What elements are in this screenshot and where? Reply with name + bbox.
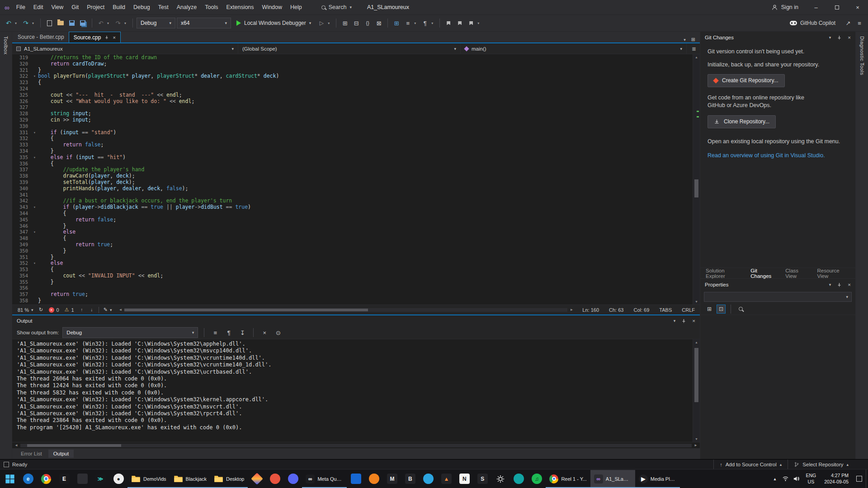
window-desktop[interactable]: Desktop [210,470,248,488]
clock[interactable]: 4:27 PM 2024-09-05 [820,473,853,485]
menu-item-project[interactable]: Project [83,0,108,14]
code-line-345[interactable]: 345 return false; [12,217,693,223]
chevron-down-icon[interactable]: ▾ [124,21,129,25]
line-ending-indicator[interactable]: CRLF [677,307,700,313]
code-line-332[interactable]: 332 { [12,136,693,142]
new-file-button[interactable] [44,18,54,28]
scroll-left-icon[interactable]: ◄ [116,308,124,312]
comment-lines-button[interactable]: ¶ [420,18,430,28]
taskbar-chrome-icon[interactable] [37,470,55,488]
code-line-354[interactable]: 354 cout << "INVALID INPUT" << endl; [12,273,693,279]
undo-button[interactable]: ↶ [96,18,106,28]
code-line-337[interactable]: 337 //update the player's hand [12,167,693,173]
open-file-button[interactable] [56,18,66,28]
action-center-icon[interactable] [856,476,862,482]
diagnostics-button[interactable]: ⊞ [392,18,401,28]
properties-object-dropdown[interactable]: ▾ [704,292,852,302]
member-dropdown[interactable]: main() ▾ [461,43,687,54]
pin-icon[interactable] [681,319,686,324]
editor-vertical-scrollbar[interactable]: ▲ ▼ [693,54,700,305]
taskbar-settings-icon[interactable] [491,470,509,488]
window-position-chevron-icon[interactable]: ▾ [674,319,676,323]
pin-icon[interactable] [837,282,842,287]
indent-lines-button[interactable]: ≡ [403,18,413,28]
clear-output-icon[interactable]: × [259,327,269,338]
close-icon[interactable]: × [113,35,115,40]
pin-icon[interactable] [104,35,109,40]
code-line-335[interactable]: 335▾ else if (input == "hit") [12,155,693,161]
network-icon[interactable] [780,475,791,482]
code-line-347[interactable]: 347▾ else [12,229,693,235]
taskbar-edge-icon[interactable]: e [19,470,37,488]
start-button[interactable] [1,470,19,488]
line-indicator[interactable]: Ln: 160 [577,307,604,313]
taskbar-app-icon-11[interactable] [509,470,528,488]
scrollbar-thumb[interactable] [694,179,698,197]
editor-horizontal-scrollbar[interactable]: ◄ ► [116,308,576,312]
alphabetical-view-button[interactable]: ⊡ [717,305,726,314]
output-console[interactable]: 'A1_SLamoureux.exe' (Win32): Loaded 'C:\… [12,339,700,442]
close-icon[interactable]: × [692,318,695,324]
watch-window-button[interactable]: ⊠ [374,18,384,28]
window-a1-slamoureux[interactable]: ∞A1_SLam... [590,470,635,488]
code-line-346[interactable]: 346 } [12,223,693,230]
minimize-button[interactable]: – [806,0,826,14]
hidden-icons-chevron[interactable]: ▴ [769,476,780,481]
taskbar-app-icon-10[interactable]: S [473,470,491,488]
code-line-338[interactable]: 338 drawCard(player, deck); [12,173,693,179]
bottom-tab-output[interactable]: Output [48,450,74,458]
feedback-menu-button[interactable]: ≡ [854,18,864,28]
character-indicator[interactable]: Ch: 63 [604,307,628,313]
window-media-player[interactable]: ▶Media Pla... [635,470,680,488]
menu-item-extensions[interactable]: Extensions [222,0,258,14]
tab-options-icon[interactable]: ⊞ [691,37,695,42]
toolbox-side-tab[interactable]: Toolbox [0,32,12,459]
error-count[interactable]: × 0 [46,307,62,313]
search-box[interactable]: Search ▾ [316,2,357,13]
close-icon[interactable]: × [848,282,851,287]
select-repository-button[interactable]: Select Repository ▴ [788,460,854,469]
code-line-329[interactable]: 329 cin >> input; [12,117,693,123]
taskbar-app-icon-1[interactable] [73,470,91,488]
code-line-356[interactable]: 356 [12,285,693,291]
window-position-chevron-icon[interactable]: ▾ [829,282,831,287]
menu-item-file[interactable]: File [12,0,29,14]
fold-marker-icon[interactable]: ▾ [31,130,38,136]
code-line-349[interactable]: 349 return true; [12,242,693,248]
taskbar-app-icon-8[interactable]: B [401,470,419,488]
code-line-342[interactable]: 342 //if a bust or blackjack occurs, end… [12,198,693,204]
output-source-dropdown[interactable]: Debug▾ [62,327,198,338]
close-button[interactable]: × [847,0,868,14]
code-line-344[interactable]: 344 { [12,211,693,217]
fold-marker-icon[interactable]: ▾ [31,204,38,211]
taskbar-epic-games-icon[interactable]: E [55,470,73,488]
menu-item-window[interactable]: Window [258,0,286,14]
fold-marker-icon[interactable]: ▾ [31,155,38,161]
window-position-chevron-icon[interactable]: ▾ [829,35,831,40]
scroll-down-icon[interactable]: ▼ [695,299,698,305]
output-vertical-scrollbar[interactable]: ▲ ▼ [693,339,700,442]
menu-item-edit[interactable]: Edit [29,0,47,14]
close-icon[interactable]: × [848,35,851,40]
start-debugging-button[interactable]: Local Windows Debugger ▾ [232,17,315,29]
code-line-321[interactable]: 321} [12,67,693,74]
chevron-down-icon[interactable]: ▾ [15,21,19,25]
code-line-348[interactable]: 348 { [12,235,693,242]
taskbar-github-icon[interactable]: ● [109,470,127,488]
menu-item-help[interactable]: Help [286,0,306,14]
code-line-351[interactable]: 351 } [12,254,693,261]
breakpoints-window-button[interactable]: ⊟ [351,18,361,28]
save-button[interactable] [67,18,77,28]
project-dropdown[interactable]: A1_SLamoureux ▾ [12,43,238,54]
bottom-tab-error-list[interactable]: Error List [16,450,47,458]
code-line-340[interactable]: 340 printHands(player, dealer, deck, fal… [12,186,693,192]
chevron-down-icon[interactable]: ▾ [107,21,112,25]
toggle-bookmark-button[interactable] [443,18,453,28]
previous-issue-button[interactable]: ↑ [77,305,87,315]
code-line-326[interactable]: 326 cout << "What would you like to do: … [12,99,693,105]
immediate-window-button[interactable]: {} [363,18,373,28]
doc-tab-source-cpp[interactable]: Source.cpp× [69,32,121,42]
volume-icon[interactable] [791,475,802,482]
code-line-325[interactable]: 325 cout << "--- hit - stand ---" << end… [12,92,693,99]
fold-marker-icon[interactable]: ▾ [31,260,38,267]
